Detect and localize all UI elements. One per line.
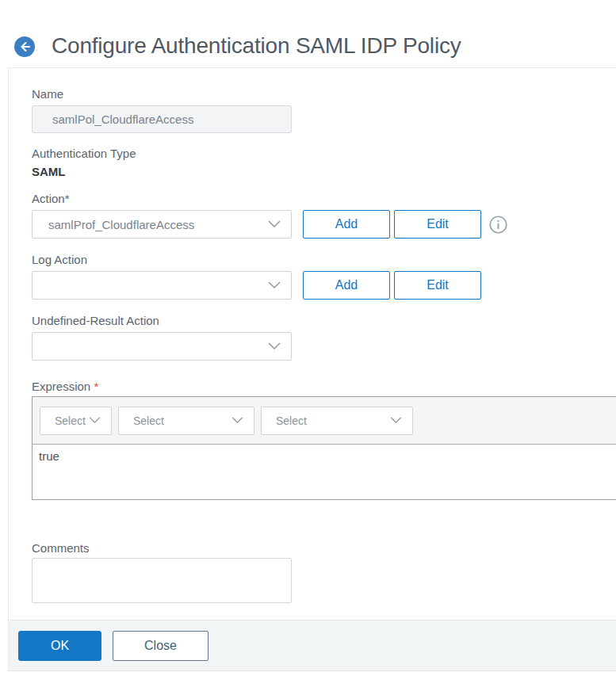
expression-select-1[interactable]: Select — [40, 407, 112, 435]
info-icon — [489, 216, 507, 234]
comments-label: Comments — [32, 540, 616, 556]
chevron-down-icon — [268, 281, 281, 289]
action-edit-button[interactable]: Edit — [394, 210, 481, 239]
page-title: Configure Authentication SAML IDP Policy — [52, 33, 461, 59]
chevron-down-icon — [268, 220, 281, 228]
expression-label-text: Expression — [32, 380, 90, 393]
arrow-left-icon — [14, 36, 35, 57]
action-label: Action* — [32, 191, 616, 206]
expression-required-mark: * — [94, 380, 98, 393]
log-action-add-button[interactable]: Add — [303, 271, 390, 300]
expression-label: Expression * — [32, 379, 616, 394]
close-button[interactable]: Close — [113, 631, 209, 661]
expression-select-1-value: Select — [55, 414, 86, 427]
form-panel: Name samlPol_CloudflareAccess Authentica… — [8, 67, 616, 671]
comments-input[interactable] — [32, 558, 292, 603]
expression-select-3[interactable]: Select — [261, 407, 413, 435]
chevron-down-icon — [268, 342, 281, 350]
action-info-button[interactable] — [489, 216, 507, 234]
expression-select-2[interactable]: Select — [118, 407, 254, 435]
expression-builder: Select Select Select — [32, 396, 616, 500]
action-dropdown[interactable]: samlProf_CloudflareAccess — [32, 210, 292, 239]
form-footer: OK Close — [9, 620, 616, 671]
page-header: Configure Authentication SAML IDP Policy — [0, 0, 616, 67]
name-value: samlPol_CloudflareAccess — [52, 113, 193, 126]
chevron-down-icon — [390, 417, 402, 424]
back-button[interactable] — [14, 36, 35, 57]
chevron-down-icon — [89, 417, 101, 424]
expression-select-2-value: Select — [133, 414, 164, 427]
undefined-result-action-label: Undefined-Result Action — [32, 313, 616, 328]
log-action-edit-button[interactable]: Edit — [394, 271, 481, 300]
expression-toolbar: Select Select Select — [33, 397, 616, 445]
expression-select-3-value: Select — [276, 414, 307, 427]
chevron-down-icon — [231, 417, 243, 424]
log-action-label: Log Action — [32, 252, 616, 267]
name-label: Name — [32, 86, 616, 101]
ok-button[interactable]: OK — [18, 631, 101, 661]
action-dropdown-value: samlProf_CloudflareAccess — [48, 218, 194, 231]
authentication-type-label: Authentication Type — [32, 146, 616, 161]
expression-input[interactable]: true — [33, 445, 616, 499]
authentication-type-value: SAML — [32, 164, 616, 179]
undefined-result-action-dropdown[interactable] — [32, 332, 292, 361]
name-input: samlPol_CloudflareAccess — [32, 105, 292, 133]
action-add-button[interactable]: Add — [303, 210, 390, 239]
log-action-dropdown[interactable] — [32, 271, 292, 300]
